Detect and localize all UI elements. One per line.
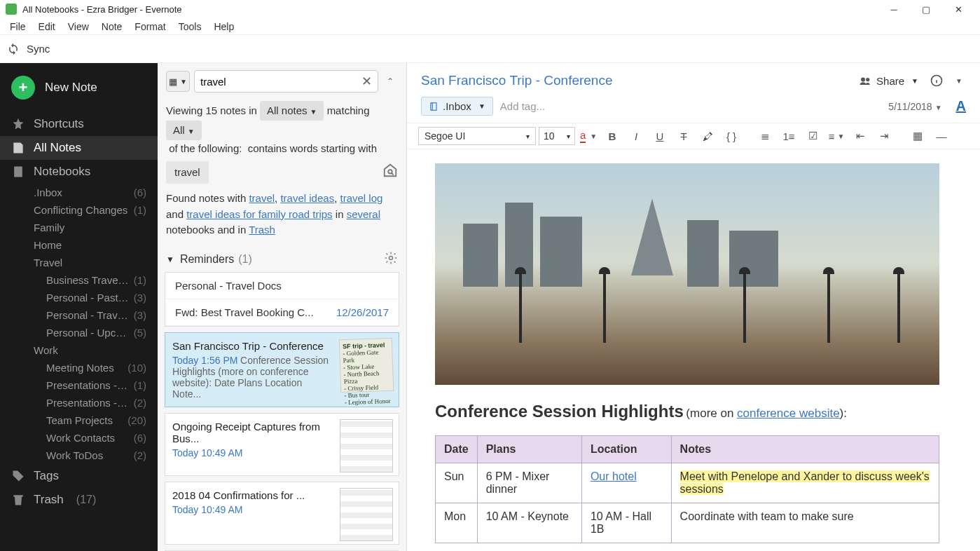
highlight-button[interactable]: 🖍	[697, 127, 718, 145]
sidebar-notebook-item[interactable]: Work	[0, 341, 158, 359]
menu-file[interactable]: File	[4, 20, 32, 34]
note-more-menu[interactable]: ▼	[949, 72, 966, 90]
reminders-gear-icon[interactable]	[384, 251, 398, 268]
reminders-header[interactable]: ▼ Reminders (1)	[158, 244, 406, 272]
note-date[interactable]: 5/11/2018▼	[888, 101, 941, 112]
note-info-icon[interactable]	[924, 72, 949, 90]
minimize-button[interactable]: ─	[878, 0, 910, 18]
svg-rect-5	[431, 102, 436, 110]
new-note-button[interactable]: + New Note	[0, 70, 158, 105]
sidebar-all-notes[interactable]: All Notes	[0, 136, 158, 160]
outdent-button[interactable]: ⇤	[850, 127, 871, 145]
sidebar-tags[interactable]: Tags	[0, 464, 158, 488]
sidebar-notebook-item[interactable]: Personal - Travel D(3)	[0, 306, 158, 324]
note-card[interactable]: SF trip - travel- Golden Gate Park- Stow…	[165, 332, 399, 407]
checklist-button[interactable]: ☑	[802, 127, 823, 145]
code-block-button[interactable]: { }	[721, 127, 742, 145]
sidebar-notebook-item[interactable]: .Inbox(6)	[0, 184, 158, 201]
sidebar-notebook-item[interactable]: Work ToDos(2)	[0, 447, 158, 464]
highlighted-text: Meet with Penelope and Xander to discuss…	[680, 470, 930, 495]
notebook-selector[interactable]: .Inbox▼	[421, 97, 493, 116]
menu-format[interactable]: Format	[129, 20, 171, 34]
found-link-travel[interactable]: travel	[249, 192, 275, 204]
font-family-select[interactable]: Segoe UI▾	[418, 127, 536, 145]
note-card[interactable]: 2018 04 Confirmations for ...Today 10:49…	[165, 482, 399, 545]
search-collapse-toggle[interactable]: ⌃	[382, 76, 398, 86]
font-size-select[interactable]: 10▾	[539, 127, 575, 145]
menu-view[interactable]: View	[62, 20, 95, 34]
cell: 6 PM - Mixer dinner	[477, 463, 581, 503]
note-title-input[interactable]: San Francisco Trip - Conference	[421, 73, 853, 88]
hr-button[interactable]: —	[931, 127, 952, 145]
new-note-label: New Note	[45, 81, 97, 95]
cell: Mon	[436, 503, 478, 543]
sidebar-notebook-item[interactable]: Home	[0, 236, 158, 254]
bold-button[interactable]: B	[602, 127, 623, 145]
sidebar-notebook-item[interactable]: Personal - Past Travel(3)	[0, 289, 158, 306]
svg-point-3	[866, 78, 869, 81]
numbered-list-button[interactable]: 1≡	[778, 127, 799, 145]
sidebar-notebook-item[interactable]: Presentations - Sales(2)	[0, 394, 158, 411]
simplify-formatting-icon[interactable]: A	[956, 98, 966, 114]
sidebar-trash[interactable]: Trash (17)	[0, 488, 158, 512]
reminder-item[interactable]: Fwd: Best Travel Booking C...12/26/2017	[165, 299, 399, 326]
sidebar-notebook-item[interactable]: Meeting Notes(10)	[0, 359, 158, 376]
found-link-travel-ideas[interactable]: travel ideas	[280, 192, 334, 204]
sidebar-notebooks[interactable]: Notebooks	[0, 160, 158, 184]
indent-button[interactable]: ⇥	[874, 127, 895, 145]
note-card[interactable]: Ongoing Receipt Captures from Bus...Toda…	[165, 413, 399, 476]
bullet-list-button[interactable]: ≣	[754, 127, 775, 145]
sidebar-notebook-item[interactable]: Personal - Upcomi...(5)	[0, 324, 158, 341]
maximize-button[interactable]: ▢	[910, 0, 942, 18]
sidebar-trash-count: (17)	[76, 494, 96, 506]
sync-label[interactable]: Sync	[27, 43, 50, 55]
note-icon	[11, 141, 25, 155]
conference-website-link[interactable]: conference website	[737, 407, 839, 420]
content-subheading: (more on conference website):	[686, 407, 847, 420]
italic-button[interactable]: I	[626, 127, 647, 145]
sidebar-notebook-item[interactable]: Conflicting Changes(1)	[0, 201, 158, 219]
sidebar-notebook-item[interactable]: Team Projects(20)	[0, 411, 158, 429]
search-input[interactable]	[200, 76, 361, 88]
align-button[interactable]: ≡▼	[826, 127, 847, 145]
sidebar-shortcuts-label: Shortcuts	[34, 117, 84, 131]
found-link-trash[interactable]: Trash	[249, 224, 275, 236]
found-link-several[interactable]: several	[347, 208, 380, 220]
sync-icon[interactable]	[7, 43, 20, 55]
search-term-chip[interactable]: travel	[166, 161, 209, 184]
strikethrough-button[interactable]: T	[673, 127, 694, 145]
plus-icon: +	[11, 76, 35, 100]
menu-help[interactable]: Help	[208, 20, 240, 34]
svg-point-2	[861, 78, 865, 82]
matchmode-chip[interactable]: All▼	[166, 121, 202, 140]
table-row: Sun 6 PM - Mixer dinner Our hotel Meet w…	[436, 463, 939, 503]
note-body[interactable]: Conference Session Highlights (more on c…	[407, 149, 980, 551]
saved-search-icon[interactable]	[382, 163, 398, 183]
reminder-item[interactable]: Personal - Travel Docs	[165, 273, 399, 299]
note-thumbnail: SF trip - travel- Golden Gate Park- Stow…	[339, 337, 394, 393]
share-button[interactable]: Share▼	[853, 72, 924, 90]
scope-chip[interactable]: All notes▼	[260, 101, 324, 121]
table-button[interactable]: ▦	[907, 127, 928, 145]
sidebar-trash-label: Trash	[34, 493, 64, 507]
menu-note[interactable]: Note	[96, 20, 128, 34]
sidebar-notebook-item[interactable]: Business Travel - re...(1)	[0, 271, 158, 289]
search-box[interactable]: ✕	[194, 70, 378, 93]
clear-search-icon[interactable]: ✕	[361, 74, 372, 89]
close-button[interactable]: ✕	[942, 0, 974, 18]
sidebar-notebook-item[interactable]: Travel	[0, 254, 158, 271]
underline-button[interactable]: U	[649, 127, 670, 145]
font-color-button[interactable]: a▼	[578, 127, 599, 145]
list-view-toggle[interactable]: ▦▼	[166, 71, 190, 92]
found-link-family-road[interactable]: travel ideas for family road trips	[186, 208, 332, 220]
our-hotel-link[interactable]: Our hotel	[591, 470, 637, 482]
found-link-travel-log[interactable]: travel log	[340, 192, 383, 204]
sidebar-notebook-item[interactable]: Presentations - Int...(1)	[0, 376, 158, 394]
menu-tools[interactable]: Tools	[173, 20, 207, 34]
add-tag-input[interactable]: Add tag...	[500, 100, 545, 112]
menu-edit[interactable]: Edit	[33, 20, 61, 34]
search-filter-summary: Viewing 15 notes in All notes▼ matching …	[158, 97, 406, 188]
sidebar-notebook-item[interactable]: Work Contacts(6)	[0, 429, 158, 447]
sidebar-notebook-item[interactable]: Family	[0, 219, 158, 236]
sidebar-shortcuts[interactable]: Shortcuts	[0, 112, 158, 136]
